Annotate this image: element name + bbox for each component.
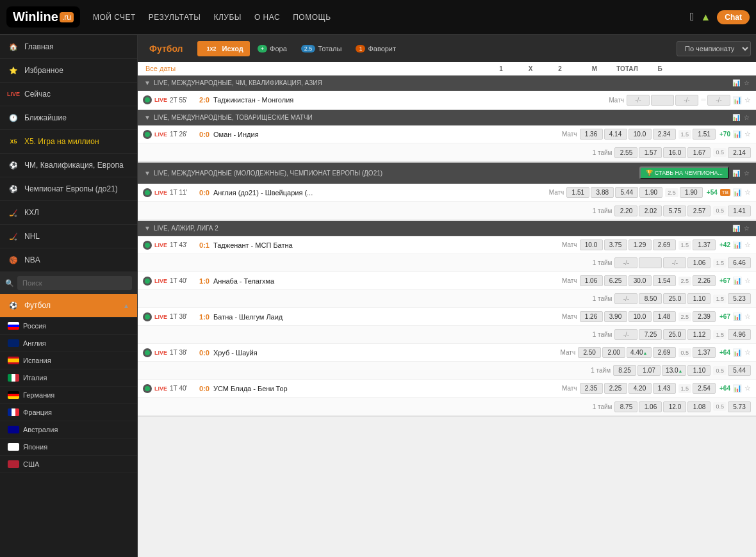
odd-hcap[interactable]: -/-: [707, 95, 730, 106]
odd-x[interactable]: 3.75: [604, 239, 627, 250]
odd-hcap1[interactable]: 2.69: [653, 239, 676, 250]
fav-icon-1[interactable]: ☆: [744, 79, 750, 86]
android-icon[interactable]: ▲: [700, 12, 711, 23]
odd-x[interactable]: 1.57: [639, 147, 662, 158]
odd-hcap2[interactable]: 2.54: [693, 383, 716, 394]
match-stats-icon[interactable]: 📊: [733, 384, 742, 392]
match-stats-icon[interactable]: 📊: [733, 277, 742, 285]
league-item-usa[interactable]: США: [0, 456, 137, 473]
chevron-icon-1[interactable]: ▼: [144, 79, 151, 86]
odd-1[interactable]: 2.55: [614, 147, 637, 158]
chat-button[interactable]: Chat: [717, 10, 750, 24]
odd-1[interactable]: 1.51: [566, 187, 589, 198]
odd-2[interactable]: 16.0: [663, 147, 686, 158]
odd-x[interactable]: 1.06: [639, 401, 662, 412]
league-item-italy[interactable]: Италия: [0, 369, 137, 387]
odd-1[interactable]: 10.0: [580, 239, 603, 250]
odd-x[interactable]: [651, 95, 674, 106]
match-fav-icon[interactable]: ☆: [744, 130, 751, 138]
odd-x[interactable]: 3.90: [604, 311, 627, 322]
odd-hcap2[interactable]: 2.14: [728, 147, 751, 158]
odd-2[interactable]: 5.75: [663, 206, 686, 216]
odd-hcap2[interactable]: 5.73: [728, 401, 751, 412]
odd-hcap2[interactable]: 1.37: [693, 239, 716, 250]
odd-1[interactable]: 8.75: [614, 401, 637, 412]
tab-favorite[interactable]: 1 Фаворит: [349, 41, 402, 56]
nav-clubs[interactable]: КЛУБЫ: [213, 13, 242, 22]
sidebar-item-favorites[interactable]: ⭐ Избранное: [0, 59, 137, 83]
odd-x[interactable]: 2.00: [602, 347, 625, 358]
match-fav-icon[interactable]: ☆: [744, 312, 751, 321]
match-stats-icon[interactable]: 📊: [733, 241, 742, 249]
league-item-australia[interactable]: Австралия: [0, 421, 137, 439]
odd-x[interactable]: 4.14: [604, 129, 627, 140]
match-stats-icon[interactable]: 📊: [733, 188, 742, 197]
championship-select[interactable]: По чемпионату: [677, 41, 751, 56]
logo[interactable]: Winline .ru: [6, 6, 80, 28]
league-item-france[interactable]: Франция: [0, 404, 137, 421]
odd-1[interactable]: -/-: [614, 293, 637, 304]
odd-hcap2[interactable]: 6.46: [728, 257, 751, 268]
odd-2[interactable]: -/-: [663, 257, 686, 268]
odd-2[interactable]: 10.0: [629, 311, 652, 322]
odd-1[interactable]: 2.35: [580, 383, 603, 394]
odd-2[interactable]: 30.0: [629, 275, 652, 286]
odd-x[interactable]: 3.88: [591, 187, 614, 198]
fav-icon-3[interactable]: ☆: [744, 170, 750, 177]
league-item-japan[interactable]: Япония: [0, 439, 137, 456]
sidebar-item-x5[interactable]: X5 Х5. Игра на миллион: [0, 130, 137, 154]
odd-x[interactable]: 6.25: [604, 275, 627, 286]
odd-hcap1[interactable]: 2.69: [653, 347, 676, 358]
more-odds[interactable]: +64: [719, 349, 730, 356]
stats-icon-4[interactable]: 📊: [732, 225, 740, 232]
match-fav-icon[interactable]: ☆: [744, 241, 751, 249]
odd-hcap2[interactable]: 2.39: [693, 311, 716, 322]
odd-hcap2[interactable]: 1.37: [693, 347, 716, 358]
stats-icon-1[interactable]: 📊: [732, 79, 740, 86]
more-odds[interactable]: +67: [719, 277, 730, 284]
tab-outcome[interactable]: 1x2 Исход: [197, 41, 250, 56]
odd-2[interactable]: 13.0: [662, 365, 686, 376]
odd-hcap2[interactable]: 1.90: [680, 187, 703, 198]
stats-icon-2[interactable]: 📊: [732, 114, 740, 121]
sidebar-item-nearest[interactable]: 🕐 Ближайшие: [0, 106, 137, 130]
match-fav-icon[interactable]: ☆: [744, 384, 751, 392]
odd-1[interactable]: 2.50: [578, 347, 601, 358]
stats-icon-3[interactable]: 📊: [732, 170, 740, 177]
odd-hcap2[interactable]: 5.23: [728, 293, 751, 304]
chevron-icon-3[interactable]: ▼: [144, 170, 151, 177]
sidebar-item-football[interactable]: ⚽ Футбол ▲: [0, 294, 137, 318]
league-item-germany[interactable]: Германия: [0, 387, 137, 404]
match-fav-icon[interactable]: ☆: [744, 348, 751, 357]
sidebar-item-nhl[interactable]: 🏒 NHL: [0, 225, 137, 248]
fav-icon-4[interactable]: ☆: [744, 225, 750, 232]
sidebar-item-home[interactable]: 🏠 Главная: [0, 35, 137, 59]
odd-hcap1[interactable]: 2.57: [687, 206, 711, 216]
tab-totals[interactable]: 2.5 Тоталы: [295, 41, 349, 56]
sidebar-item-khl[interactable]: 🏒 КХЛ: [0, 201, 137, 225]
champ-btn[interactable]: 🏆 СТАВЬ НА ЧЕМПИОНА...: [639, 166, 729, 179]
odd-hcap1[interactable]: 1.08: [687, 401, 711, 412]
odd-x[interactable]: 2.25: [604, 383, 627, 394]
more-odds[interactable]: +67: [719, 313, 730, 320]
date-filter[interactable]: Все даты: [145, 65, 176, 72]
sidebar-item-nba[interactable]: 🏀 NBA: [0, 248, 137, 272]
odd-hcap2[interactable]: 2.26: [693, 275, 716, 286]
odd-1[interactable]: 8.25: [613, 365, 636, 376]
odd-2[interactable]: 25.0: [663, 293, 686, 304]
odd-hcap1[interactable]: 1.54: [653, 275, 676, 286]
more-odds[interactable]: +54: [707, 189, 718, 196]
odd-2[interactable]: 4.20: [629, 383, 652, 394]
odd-hcap1[interactable]: 1.10: [687, 365, 711, 376]
odd-hcap1[interactable]: 1.48: [653, 311, 676, 322]
tab-handicap[interactable]: + Фора: [251, 41, 293, 56]
odd-2[interactable]: 5.44: [615, 187, 638, 198]
odd-hcap1[interactable]: 1.06: [687, 257, 711, 268]
odd-hcap1[interactable]: 1.67: [687, 147, 711, 158]
odd-1[interactable]: 2.20: [614, 206, 637, 216]
match-stats-icon[interactable]: 📊: [733, 312, 742, 321]
odd-hcap1[interactable]: 2.34: [653, 129, 676, 140]
sidebar-item-wc-qual-eu[interactable]: ⚽ ЧМ, Квалификация, Европа: [0, 154, 137, 177]
sidebar-item-euro-u21[interactable]: ⚽ Чемпионат Европы (до21): [0, 177, 137, 201]
odd-2[interactable]: 25.0: [663, 329, 686, 340]
